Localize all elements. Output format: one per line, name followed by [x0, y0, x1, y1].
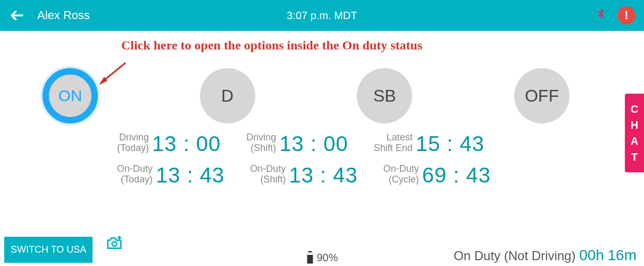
chat-letter: C [631, 101, 638, 117]
status-off-label: OFF [525, 86, 559, 106]
stat-driving-today: Driving(Today) 13 : 00 [117, 132, 221, 156]
status-minutes: 16m [608, 247, 637, 263]
stat-label: On-Duty(Shift) [250, 164, 286, 185]
svg-point-0 [112, 242, 117, 246]
stats-row-1: Driving(Today) 13 : 00 Driving(Shift) 13… [117, 132, 644, 156]
alert-badge[interactable]: ! [617, 6, 635, 24]
status-sleeper-button[interactable]: SB [357, 68, 412, 123]
stats-section: Driving(Today) 13 : 00 Driving(Shift) 13… [0, 132, 644, 187]
chat-letter: T [631, 149, 638, 165]
back-icon[interactable] [7, 6, 27, 25]
stat-label: On-Duty(Cycle) [383, 164, 419, 185]
chat-tab[interactable]: C H A T [625, 94, 644, 172]
chat-letter: A [631, 133, 638, 149]
annotation-arrow-icon [95, 60, 132, 94]
stat-value: 13 : 00 [279, 132, 348, 156]
svg-rect-1 [308, 251, 312, 253]
header-time: 3:07 p.m. MDT [287, 10, 357, 22]
status-label: On Duty (Not Driving) [454, 248, 579, 263]
status-on-label: ON [58, 87, 82, 105]
status-driving-button[interactable]: D [200, 68, 255, 123]
camera-icon[interactable] [105, 235, 123, 253]
footer-left: SWITCH TO USA [4, 235, 123, 266]
stat-driving-shift: Driving(Shift) 13 : 00 [246, 132, 348, 156]
svg-rect-3 [307, 253, 313, 255]
annotation-text: Click here to open the options inside th… [121, 38, 422, 53]
battery-percent: 90% [316, 252, 338, 264]
stat-label: Driving(Today) [117, 132, 149, 154]
stat-value: 13 : 43 [156, 163, 224, 187]
bluetooth-icon[interactable] [594, 7, 608, 23]
alert-symbol: ! [624, 9, 628, 22]
battery-icon [306, 251, 313, 264]
status-on-button[interactable]: ON [43, 68, 98, 123]
status-driving-label: D [221, 86, 233, 106]
stat-value: 69 : 43 [422, 163, 491, 187]
stat-value: 13 : 00 [152, 132, 221, 156]
stat-label: LatestShift End [374, 132, 413, 154]
battery-indicator: 90% [306, 251, 338, 264]
stat-value: 15 : 43 [416, 132, 484, 156]
status-sleeper-label: SB [373, 86, 396, 106]
stat-onduty-shift: On-Duty(Shift) 13 : 43 [250, 163, 357, 187]
stat-label: On-Duty(Today) [117, 164, 153, 185]
status-hours: 00h [579, 247, 604, 263]
stat-onduty-cycle: On-Duty(Cycle) 69 : 43 [383, 163, 491, 187]
chat-letter: H [631, 117, 638, 133]
header-user-name: Alex Ross [37, 9, 90, 22]
stat-label: Driving(Shift) [246, 132, 276, 154]
header-right-group: ! [594, 6, 635, 24]
switch-country-button[interactable]: SWITCH TO USA [4, 237, 93, 263]
stats-row-2: On-Duty(Today) 13 : 43 On-Duty(Shift) 13… [117, 163, 644, 187]
status-off-button[interactable]: OFF [514, 68, 570, 123]
stat-latest-shift-end: LatestShift End 15 : 43 [374, 132, 484, 156]
current-status-text: On Duty (Not Driving) 00h 16m [454, 247, 637, 264]
stat-value: 13 : 43 [289, 163, 357, 187]
app-header: Alex Ross 3:07 p.m. MDT ! [0, 0, 644, 31]
stat-onduty-today: On-Duty(Today) 13 : 43 [117, 163, 224, 187]
